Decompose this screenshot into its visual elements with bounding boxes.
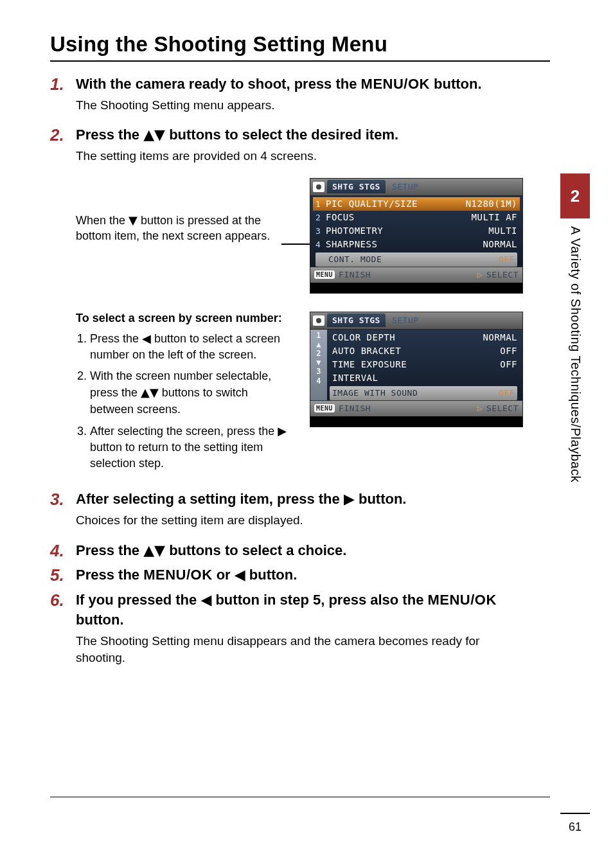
page-number: 61 <box>560 813 590 840</box>
up-down-icon: ▲▼ <box>143 127 165 143</box>
screenshot-footer: MENU FINISH ▷ SELECT <box>310 267 522 283</box>
step-number: 4. <box>50 541 76 563</box>
step-1-title: With the camera ready to shoot, press th… <box>76 75 523 94</box>
sub-section-list: Press the ◀ button to select a screen nu… <box>76 330 294 472</box>
up-down-icon: ▲▼ <box>143 542 165 558</box>
screenshot-footer: MENU FINISH ▷ SELECT <box>310 400 522 416</box>
left-icon: ◀ <box>235 567 245 583</box>
step-4: 4. Press the ▲▼ buttons to select a choi… <box>50 541 523 563</box>
manual-page: Using the Shooting Setting Menu 1. With … <box>0 0 613 868</box>
up-arrow-icon: ▲ <box>316 341 321 348</box>
side-rail: 2 A Variety of Shooting Techniques/Playb… <box>560 173 590 483</box>
menu-row: INTERVAL <box>330 371 520 385</box>
footer-rule <box>50 797 550 797</box>
callout-text: When the ▼ button is pressed at the bott… <box>76 213 281 244</box>
left-icon: ◀ <box>142 332 151 345</box>
tab-shtg-stgs: SHTG STGS <box>327 180 386 193</box>
step-6-title: If you pressed the ◀ button in step 5, p… <box>76 590 523 630</box>
sub-item-1: Press the ◀ button to select a screen nu… <box>90 330 294 363</box>
chapter-badge: 2 <box>560 173 590 218</box>
menu-ok-label: MENU/OK <box>361 76 430 92</box>
tab-shtg-stgs: SHTG STGS <box>327 314 386 327</box>
screen-number-sidebar: 1 ▲ 2 ▼ 3 4 <box>310 330 327 400</box>
menu-badge: MENU <box>314 270 335 279</box>
steps-container: 1. With the camera ready to shoot, press… <box>50 75 613 676</box>
step-number: 5. <box>50 565 76 588</box>
sub-item-3: After selecting the screen, press the ▶ … <box>90 423 294 472</box>
step-6-sub: The Shooting Setting menu disappears and… <box>76 633 523 667</box>
left-icon: ◀ <box>200 592 211 608</box>
step-1: 1. With the camera ready to shoot, press… <box>50 75 523 123</box>
down-arrow-icon: ▼ <box>316 359 321 366</box>
menu-ok-label: MENU/OK <box>143 567 212 583</box>
section-vertical-label: A Variety of Shooting Techniques/Playbac… <box>568 226 583 483</box>
step-6: 6. If you pressed the ◀ button in step 5… <box>50 590 523 676</box>
up-down-icon: ▲▼ <box>141 385 159 399</box>
sub-section-heading: To select a screen by screen number: <box>76 312 294 325</box>
sub-item-2: With the screen number selectable, press… <box>90 368 294 418</box>
menu-row: 2 FOCUS MULTI AF <box>313 211 520 224</box>
diagram-row-1: When the ▼ button is pressed at the bott… <box>76 178 523 294</box>
camera-icon <box>313 315 324 326</box>
sub-section: To select a screen by screen number: Pre… <box>76 312 523 477</box>
page-title: Using the Shooting Setting Menu <box>50 32 613 57</box>
step-2: 2. Press the ▲▼ buttons to select the de… <box>50 125 523 173</box>
menu-row: TIME EXPOSURE OFF <box>330 358 520 371</box>
step-number: 1. <box>50 75 76 123</box>
menu-row-overflow: CONT. MODE OFF <box>315 252 517 267</box>
right-icon: ▶ <box>278 424 287 438</box>
camera-screenshot-2: SHTG STGS SETUP 1 ▲ 2 ▼ 3 4 COLOR DEPTH <box>310 312 523 427</box>
step-number: 2. <box>50 125 76 173</box>
step-2-sub: The setting items are provided on 4 scre… <box>76 148 523 165</box>
right-triangle-icon: ▷ <box>477 270 483 279</box>
step-number: 3. <box>50 490 76 538</box>
down-icon: ▼ <box>129 213 138 227</box>
step-3: 3. After selecting a setting item, press… <box>50 490 523 538</box>
right-icon: ▶ <box>344 491 355 507</box>
menu-row: 1 PIC QUALITY/SIZE N1280(1M) <box>313 197 520 211</box>
menu-row: COLOR DEPTH NORMAL <box>330 331 520 344</box>
menu-ok-label: MENU/OK <box>427 592 496 608</box>
tab-setup: SETUP <box>388 180 423 193</box>
step-3-title: After selecting a setting item, press th… <box>76 490 523 509</box>
step-5: 5. Press the MENU/OK or ◀ button. <box>50 565 523 588</box>
step-4-title: Press the ▲▼ buttons to select a choice. <box>76 541 523 561</box>
step-1-sub: The Shooting Setting menu appears. <box>76 97 523 114</box>
camera-icon <box>313 182 324 192</box>
step-2-title: Press the ▲▼ buttons to select the desir… <box>76 125 523 145</box>
callout-leader-line <box>281 244 314 245</box>
camera-screenshot-1: SHTG STGS SETUP 1 PIC QUALITY/SIZE N1280… <box>310 178 523 294</box>
step-5-title: Press the MENU/OK or ◀ button. <box>76 565 523 585</box>
tab-setup: SETUP <box>388 314 423 327</box>
menu-row: 4 SHARPNESS NORMAL <box>313 238 520 251</box>
title-rule <box>50 60 550 62</box>
menu-row-overflow: IMAGE WITH SOUND OFF <box>330 386 517 400</box>
menu-badge: MENU <box>314 404 335 412</box>
step-number: 6. <box>50 590 76 676</box>
step-3-sub: Choices for the setting item are display… <box>76 512 523 529</box>
right-triangle-icon: ▷ <box>477 403 483 413</box>
menu-row: 3 PHOTOMETRY MULTI <box>313 224 520 238</box>
menu-row: AUTO BRACKET OFF <box>330 344 520 358</box>
